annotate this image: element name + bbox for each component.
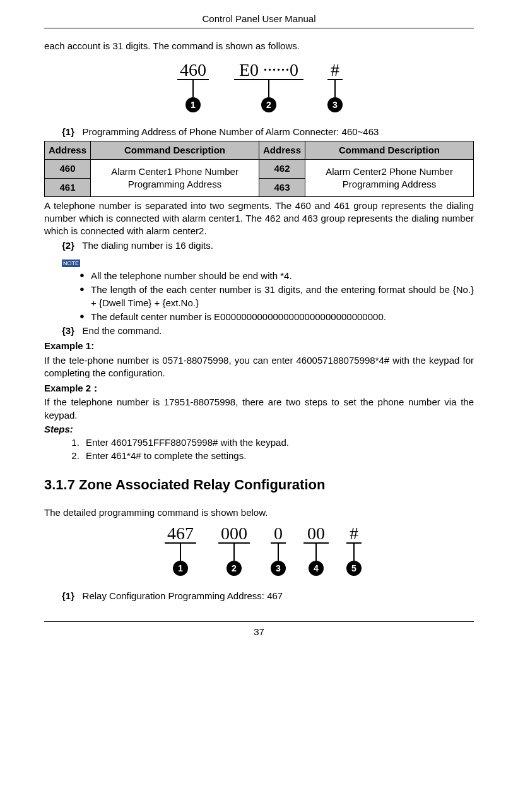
- item-1b-line: {1} Relay Configuration Programming Addr…: [62, 590, 474, 602]
- diagram2-seg2: 000: [221, 523, 247, 543]
- steps-list: Enter 46017951FFF88075998# with the keyp…: [82, 436, 474, 463]
- cell-462: 462: [259, 160, 305, 178]
- example2-body: If the telephone number is 17951-8807599…: [44, 396, 474, 422]
- cell-461: 461: [45, 178, 91, 196]
- item-1b-label: {1}: [62, 590, 74, 601]
- bullet-a: All the telephone number should be end w…: [79, 270, 474, 282]
- note-icon-wrap: NOTE: [62, 256, 474, 268]
- item-3-line: {3} End the command.: [62, 325, 474, 337]
- section-3-1-7: 3.1.7 Zone Associated Relay Configuratio…: [44, 475, 474, 494]
- diagram2-seg3: 0: [274, 523, 283, 543]
- note-icon-label: NOTE: [62, 260, 80, 267]
- cell-center2-desc: Alarm Center2 Phone Number Programming A…: [305, 160, 474, 197]
- diagram2-seg1: 467: [167, 523, 194, 543]
- diagram2-seg4: 00: [307, 523, 325, 543]
- diagram2-num2: 2: [232, 563, 237, 573]
- page-number: 37: [44, 621, 474, 638]
- diagram1-seg2: E0 ······0: [238, 60, 298, 80]
- intro-text: each account is 31 digits. The command i…: [44, 40, 474, 52]
- item-3-label: {3}: [62, 325, 74, 336]
- diagram1-num3: 3: [333, 100, 338, 110]
- th-address-1: Address: [45, 141, 91, 160]
- th-cmd-1: Command Description: [91, 141, 259, 160]
- detail-intro: The detailed programming command is show…: [44, 506, 474, 519]
- cell-center1-desc: Alarm Center1 Phone Number Programming A…: [91, 160, 259, 197]
- diagram1-seg1: 460: [180, 60, 206, 80]
- cell-463: 463: [259, 178, 305, 196]
- item-2-text: The dialing number is 16 digits.: [82, 240, 213, 251]
- page-header: Control Panel User Manual: [44, 13, 474, 28]
- bullet-b: The length of the each center number is …: [79, 284, 474, 309]
- item-1-text: Programming Address of Phone Number of A…: [83, 126, 379, 137]
- steps-title: Steps:: [44, 423, 474, 436]
- item-1b-text: Relay Configuration Programming Address:…: [83, 590, 283, 601]
- item-1-label: {1}: [62, 126, 74, 137]
- th-cmd-2: Command Description: [305, 141, 474, 160]
- example1-title: Example 1:: [44, 340, 474, 352]
- note-icon: NOTE: [62, 256, 83, 268]
- note-bullets: All the telephone number should be end w…: [79, 270, 474, 323]
- diagram1-num1: 1: [191, 100, 196, 110]
- item-2-line: {2} The dialing number is 16 digits.: [62, 239, 474, 252]
- bullet-c: The default center number is E0000000000…: [79, 311, 474, 323]
- command-diagram-2: 467 000 0 00 # 1 2 3 4 5: [44, 523, 474, 583]
- diagram1-num2: 2: [266, 100, 271, 110]
- cell-460: 460: [45, 160, 91, 178]
- diagram2-num4: 4: [314, 563, 319, 573]
- example2-title: Example 2：: [44, 382, 474, 395]
- step-1: Enter 46017951FFF88075998# with the keyp…: [82, 436, 474, 449]
- example1-body: If the tele-phone number is 0571-8807599…: [44, 354, 474, 380]
- step-2: Enter 461*4# to complete the settings.: [82, 450, 474, 462]
- diagram1-seg3: #: [331, 60, 339, 80]
- item-3-text: End the command.: [83, 325, 162, 336]
- segment-description: A telephone number is separated into two…: [44, 200, 474, 238]
- address-table: Address Command Description Address Comm…: [44, 141, 474, 197]
- command-diagram-1: 460 E0 ······0 # 1 2 3: [44, 59, 474, 119]
- th-address-2: Address: [259, 141, 305, 160]
- diagram2-num3: 3: [276, 563, 281, 573]
- diagram2-num1: 1: [178, 563, 183, 573]
- item-1-line: {1} Programming Address of Phone Number …: [62, 126, 474, 138]
- item-2-label: {2}: [62, 240, 74, 251]
- diagram2-num5: 5: [351, 563, 356, 573]
- diagram2-seg5: #: [350, 523, 358, 543]
